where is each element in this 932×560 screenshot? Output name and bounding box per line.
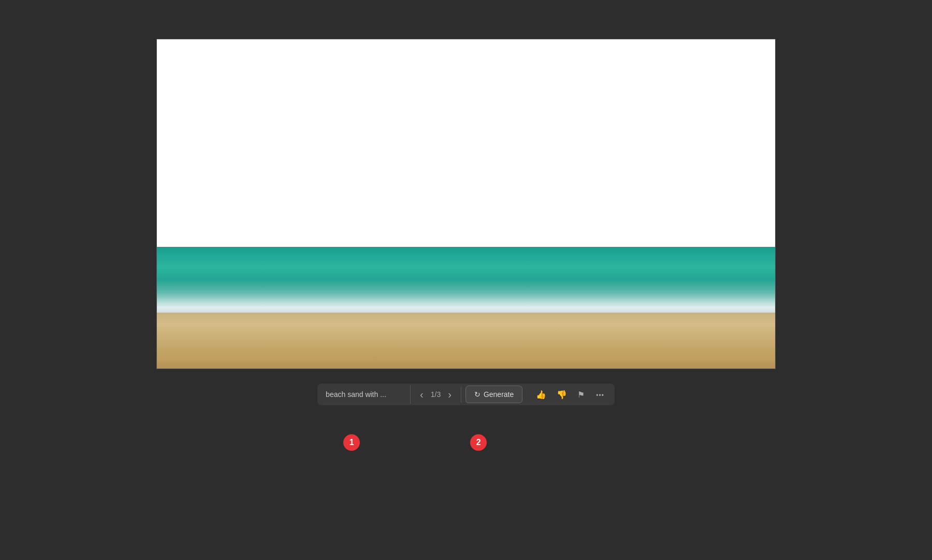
wave-foam [157, 303, 775, 313]
main-container: 1/3 ↻ Generate [0, 0, 932, 560]
thumbs-up-icon [536, 389, 546, 400]
toolbar: 1/3 ↻ Generate [317, 384, 615, 405]
generate-button[interactable]: ↻ Generate [465, 386, 522, 403]
page-indicator: 1/3 [431, 390, 441, 399]
image-frame [156, 39, 776, 369]
badge-2: 2 [470, 434, 487, 451]
toolbar-wrapper: 1/3 ↻ Generate [317, 369, 615, 430]
dots-icon [596, 389, 604, 400]
sand-section [157, 313, 775, 369]
more-button[interactable] [590, 385, 610, 404]
action-buttons [527, 385, 615, 404]
sand-texture [157, 313, 775, 369]
sky-section [157, 39, 775, 247]
generate-label: Generate [484, 390, 514, 399]
badge-1: 1 [343, 434, 360, 451]
refresh-icon: ↻ [474, 390, 480, 399]
ocean-section [157, 247, 775, 313]
chevron-right-icon [448, 389, 452, 401]
thumbs-up-button[interactable] [531, 385, 551, 404]
thumbs-down-button[interactable] [551, 385, 572, 404]
nav-section: 1/3 [411, 387, 461, 403]
waves-overlay [157, 279, 775, 313]
flag-button[interactable] [572, 385, 590, 404]
next-button[interactable] [445, 387, 455, 403]
search-input[interactable] [317, 385, 411, 404]
flag-icon [577, 389, 585, 400]
prev-button[interactable] [417, 387, 427, 403]
badges-row: 1 2 [317, 409, 615, 430]
chevron-left-icon [420, 389, 424, 401]
thumbs-down-icon [557, 389, 567, 400]
beach-image [157, 39, 775, 369]
